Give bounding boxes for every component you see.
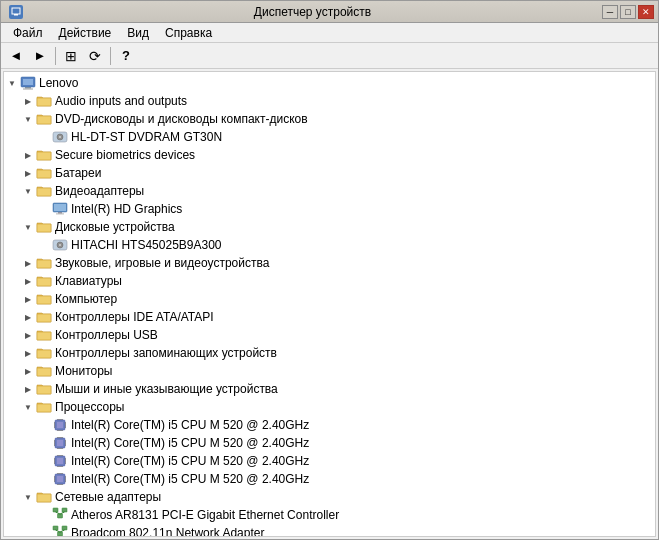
device-label-dvd-group: DVD-дисководы и дисководы компакт-дисков [55, 112, 308, 126]
device-icon-battery [36, 165, 52, 181]
expand-icon-biometrics[interactable]: ▶ [20, 151, 36, 160]
tree-item-sound-group[interactable]: ▶Звуковые, игровые и видеоустройства [4, 254, 655, 272]
svg-rect-5 [23, 89, 33, 90]
device-icon-dvd-group [36, 111, 52, 127]
back-button[interactable]: ◄ [5, 46, 27, 66]
device-label-ide: Контроллеры IDE ATA/ATAPI [55, 310, 214, 324]
svg-rect-94 [62, 526, 67, 530]
expand-icon-usb-ctrl[interactable]: ▶ [20, 331, 36, 340]
svg-rect-1 [14, 14, 18, 16]
window-title: Диспетчер устройств [23, 5, 602, 19]
tree-item-cpu2[interactable]: Intel(R) Core(TM) i5 CPU M 520 @ 2.40GHz [4, 434, 655, 452]
minimize-button[interactable]: ─ [602, 5, 618, 19]
menu-help[interactable]: Справка [157, 24, 220, 42]
svg-rect-26 [37, 332, 51, 340]
tree-item-usb-ctrl[interactable]: ▶Контроллеры USB [4, 326, 655, 344]
device-icon-lenovo [20, 75, 36, 91]
svg-rect-22 [37, 260, 51, 268]
expand-icon-keyboards[interactable]: ▶ [20, 277, 36, 286]
svg-rect-17 [56, 214, 64, 215]
svg-rect-15 [54, 204, 66, 211]
device-icon-computers [36, 291, 52, 307]
svg-rect-74 [57, 476, 63, 482]
expand-icon-net-group[interactable]: ▼ [20, 493, 36, 502]
tree-item-net-group[interactable]: ▼Сетевые адаптеры [4, 488, 655, 506]
device-icon-broadcom [52, 525, 68, 537]
svg-line-92 [60, 512, 65, 514]
svg-rect-90 [58, 514, 63, 518]
device-tree: ▼Lenovo▶Audio inputs and outputs▼DVD-дис… [4, 72, 655, 537]
device-tree-container[interactable]: ▼Lenovo▶Audio inputs and outputs▼DVD-дис… [3, 71, 656, 537]
expand-icon-audio[interactable]: ▶ [20, 97, 36, 106]
svg-rect-60 [57, 458, 63, 464]
tree-item-battery[interactable]: ▶Батареи [4, 164, 655, 182]
tree-item-proc-group[interactable]: ▼Процессоры [4, 398, 655, 416]
expand-icon-display-group[interactable]: ▼ [20, 187, 36, 196]
update-button[interactable]: ⟳ [84, 46, 106, 66]
tree-item-keyboards[interactable]: ▶Клавиатуры [4, 272, 655, 290]
svg-rect-12 [37, 170, 51, 178]
expand-icon-sound-group[interactable]: ▶ [20, 259, 36, 268]
expand-icon-mice[interactable]: ▶ [20, 385, 36, 394]
device-icon-storage-ctrl [36, 345, 52, 361]
tree-item-audio[interactable]: ▶Audio inputs and outputs [4, 92, 655, 110]
expand-icon-proc-group[interactable]: ▼ [20, 403, 36, 412]
tree-item-intel-hd[interactable]: Intel(R) HD Graphics [4, 200, 655, 218]
expand-icon-dvd-group[interactable]: ▼ [20, 115, 36, 124]
tree-item-biometrics[interactable]: ▶Secure biometrics devices [4, 146, 655, 164]
svg-rect-89 [62, 508, 67, 512]
tree-item-atheros[interactable]: Atheros AR8131 PCI-E Gigabit Ethernet Co… [4, 506, 655, 524]
tree-item-lenovo[interactable]: ▼Lenovo [4, 74, 655, 92]
tree-item-cpu4[interactable]: Intel(R) Core(TM) i5 CPU M 520 @ 2.40GHz [4, 470, 655, 488]
properties-button[interactable]: ⊞ [60, 46, 82, 66]
tree-item-disk-group[interactable]: ▼Дисковые устройства [4, 218, 655, 236]
tree-item-ide[interactable]: ▶Контроллеры IDE ATA/ATAPI [4, 308, 655, 326]
expand-icon-computers[interactable]: ▶ [20, 295, 36, 304]
device-label-biometrics: Secure biometrics devices [55, 148, 195, 162]
tree-item-monitors[interactable]: ▶Мониторы [4, 362, 655, 380]
svg-rect-46 [57, 440, 63, 446]
svg-line-97 [60, 530, 65, 532]
device-label-cpu3: Intel(R) Core(TM) i5 CPU M 520 @ 2.40GHz [71, 454, 309, 468]
forward-button[interactable]: ► [29, 46, 51, 66]
svg-rect-18 [37, 224, 51, 232]
svg-rect-29 [37, 386, 51, 394]
close-button[interactable]: ✕ [638, 5, 654, 19]
toolbar: ◄ ► ⊞ ⟳ ? [1, 43, 658, 69]
device-label-mice: Мыши и иные указывающие устройства [55, 382, 278, 396]
tree-item-dvd-drive[interactable]: HL-DT-ST DVDRAM GT30N [4, 128, 655, 146]
tree-item-broadcom[interactable]: Broadcom 802.11n Network Adapter [4, 524, 655, 537]
maximize-button[interactable]: □ [620, 5, 636, 19]
device-label-cpu2: Intel(R) Core(TM) i5 CPU M 520 @ 2.40GHz [71, 436, 309, 450]
tree-item-computers[interactable]: ▶Компьютер [4, 290, 655, 308]
device-label-cpu4: Intel(R) Core(TM) i5 CPU M 520 @ 2.40GHz [71, 472, 309, 486]
menu-bar: Файл Действие Вид Справка [1, 23, 658, 43]
tree-item-hitachi[interactable]: HITACHI HTS45025B9A300 [4, 236, 655, 254]
tree-item-dvd-group[interactable]: ▼DVD-дисководы и дисководы компакт-диско… [4, 110, 655, 128]
menu-view[interactable]: Вид [119, 24, 157, 42]
tree-item-cpu1[interactable]: Intel(R) Core(TM) i5 CPU M 520 @ 2.40GHz [4, 416, 655, 434]
tree-item-storage-ctrl[interactable]: ▶Контроллеры запоминающих устройств [4, 344, 655, 362]
expand-icon-ide[interactable]: ▶ [20, 313, 36, 322]
device-icon-ide [36, 309, 52, 325]
expand-icon-storage-ctrl[interactable]: ▶ [20, 349, 36, 358]
help-button[interactable]: ? [115, 46, 137, 66]
menu-action[interactable]: Действие [51, 24, 120, 42]
expand-icon-battery[interactable]: ▶ [20, 169, 36, 178]
toolbar-separator-1 [55, 47, 56, 65]
device-label-intel-hd: Intel(R) HD Graphics [71, 202, 182, 216]
tree-item-display-group[interactable]: ▼Видеоадаптеры [4, 182, 655, 200]
svg-rect-30 [37, 404, 51, 412]
tree-item-mice[interactable]: ▶Мыши и иные указывающие устройства [4, 380, 655, 398]
svg-rect-88 [53, 508, 58, 512]
expand-icon-lenovo[interactable]: ▼ [4, 79, 20, 88]
menu-file[interactable]: Файл [5, 24, 51, 42]
device-label-proc-group: Процессоры [55, 400, 125, 414]
svg-rect-6 [37, 98, 51, 106]
expand-icon-disk-group[interactable]: ▼ [20, 223, 36, 232]
device-manager-window: Диспетчер устройств ─ □ ✕ Файл Действие … [0, 0, 659, 540]
expand-icon-monitors[interactable]: ▶ [20, 367, 36, 376]
device-icon-dvd-drive [52, 129, 68, 145]
tree-item-cpu3[interactable]: Intel(R) Core(TM) i5 CPU M 520 @ 2.40GHz [4, 452, 655, 470]
svg-rect-28 [37, 368, 51, 376]
